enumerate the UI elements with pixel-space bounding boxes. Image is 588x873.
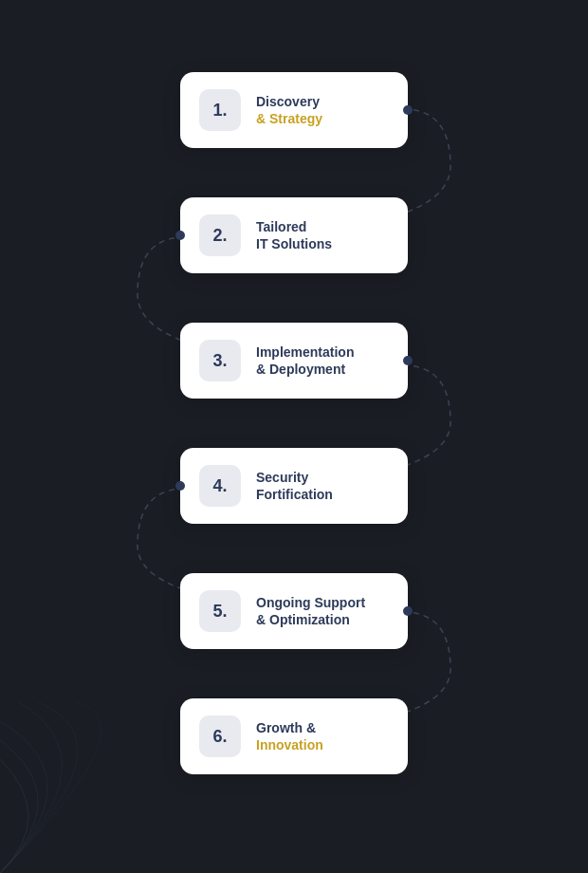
step-row-1: 1. Discovery & Strategy [0, 47, 588, 173]
step-title-3-line1: Implementation [256, 344, 354, 361]
step-title-6-line1: Growth & [256, 719, 323, 736]
step-text-2: Tailored IT Solutions [256, 218, 332, 252]
step-row-3: 3. Implementation & Deployment [0, 298, 588, 423]
step-card-5: 5. Ongoing Support & Optimization [180, 573, 408, 649]
step-number-box-1: 1. [199, 89, 241, 131]
step-title-2-line2: IT Solutions [256, 235, 332, 252]
step-3-connector-dot [403, 356, 413, 365]
step-title-3-line2: & Deployment [256, 361, 354, 378]
step-row-6: 6. Growth & Innovation [0, 674, 588, 799]
step-number-4: 4. [212, 476, 227, 496]
step-text-1: Discovery & Strategy [256, 93, 322, 127]
step-number-box-5: 5. [199, 590, 241, 632]
step-number-5: 5. [212, 602, 227, 622]
step-number-box-4: 4. [199, 465, 241, 507]
step-text-3: Implementation & Deployment [256, 344, 354, 378]
step-title-1-line1: Discovery [256, 93, 322, 110]
step-text-5: Ongoing Support & Optimization [256, 594, 365, 628]
step-title-1-line2: & Strategy [256, 110, 322, 127]
step-row-2: 2. Tailored IT Solutions [0, 173, 588, 298]
step-title-4-line2: Fortification [256, 486, 333, 503]
step-title-2-line1: Tailored [256, 218, 332, 235]
step-title-6-line2: Innovation [256, 736, 323, 753]
step-card-6: 6. Growth & Innovation [180, 698, 408, 774]
step-1-connector-dot [403, 105, 413, 115]
step-card-4: 4. Security Fortification [180, 448, 408, 524]
step-2-connector-dot [175, 231, 185, 240]
step-number-3: 3. [212, 351, 227, 371]
step-number-1: 1. [212, 101, 227, 121]
step-text-6: Growth & Innovation [256, 719, 323, 753]
step-title-4-line1: Security [256, 469, 333, 486]
step-number-box-6: 6. [199, 715, 241, 757]
step-card-3: 3. Implementation & Deployment [180, 323, 408, 399]
step-number-box-3: 3. [199, 340, 241, 381]
step-row-5: 5. Ongoing Support & Optimization [0, 548, 588, 674]
step-title-5-line1: Ongoing Support [256, 594, 365, 611]
step-row-4: 4. Security Fortification [0, 423, 588, 548]
step-card-2: 2. Tailored IT Solutions [180, 197, 408, 273]
step-number-box-2: 2. [199, 214, 241, 256]
step-title-5-line2: & Optimization [256, 611, 365, 628]
step-card-1: 1. Discovery & Strategy [180, 72, 408, 148]
step-number-6: 6. [212, 727, 227, 747]
step-text-4: Security Fortification [256, 469, 333, 503]
step-4-connector-dot [175, 481, 185, 491]
steps-container: 1. Discovery & Strategy 2. Tailored IT S… [0, 0, 588, 873]
step-number-2: 2. [212, 226, 227, 246]
step-5-connector-dot [403, 606, 413, 616]
